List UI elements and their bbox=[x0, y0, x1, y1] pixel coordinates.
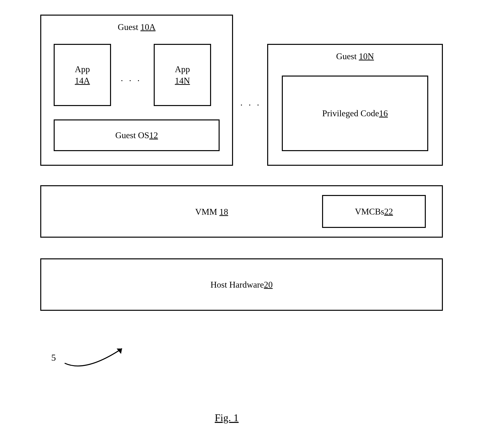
guest-n-title-ref: 10N bbox=[359, 51, 374, 61]
vmm-ref: 18 bbox=[219, 207, 228, 217]
host-hardware-ref: 20 bbox=[264, 280, 273, 290]
privileged-code-ref: 16 bbox=[379, 108, 388, 118]
vmcbs-label: VMCBs bbox=[355, 206, 384, 217]
ellipsis-apps: . . . bbox=[121, 73, 142, 83]
guest-n-title: Guest 10N bbox=[267, 51, 443, 61]
vmcbs-ref: 22 bbox=[384, 206, 393, 217]
host-hardware-box: Host Hardware 20 bbox=[40, 258, 443, 311]
figure-label: Fig. 1 bbox=[215, 412, 239, 424]
privileged-code-label: Privileged Code bbox=[322, 108, 379, 118]
vmm-label: VMM bbox=[195, 207, 219, 217]
ref-num-5: 5 bbox=[51, 352, 56, 363]
guest-a-title-prefix: Guest bbox=[118, 22, 141, 32]
guest-os-ref: 12 bbox=[149, 130, 158, 140]
app-14a-label: App bbox=[75, 64, 90, 75]
guest-os-label: Guest OS bbox=[115, 130, 149, 140]
guest-os-box: Guest OS 12 bbox=[54, 119, 220, 151]
app-14n-ref: 14N bbox=[175, 75, 190, 87]
privileged-code-box: Privileged Code 16 bbox=[282, 76, 428, 151]
app-14a-ref: 14A bbox=[75, 75, 90, 87]
app-14n-box: App 14N bbox=[154, 44, 211, 106]
arrow-curve-icon bbox=[61, 341, 134, 375]
guest-a-title-ref: 10A bbox=[141, 22, 156, 32]
host-hardware-label: Host Hardware bbox=[211, 280, 264, 290]
guest-a-title: Guest 10A bbox=[40, 22, 233, 32]
vmm-label-container: VMM 18 bbox=[195, 207, 228, 217]
app-14n-label: App bbox=[175, 64, 190, 75]
guest-n-title-prefix: Guest bbox=[336, 51, 359, 61]
app-14a-box: App 14A bbox=[54, 44, 111, 106]
vmcbs-box: VMCBs 22 bbox=[322, 195, 426, 228]
ellipsis-guests: . . . bbox=[240, 97, 261, 108]
